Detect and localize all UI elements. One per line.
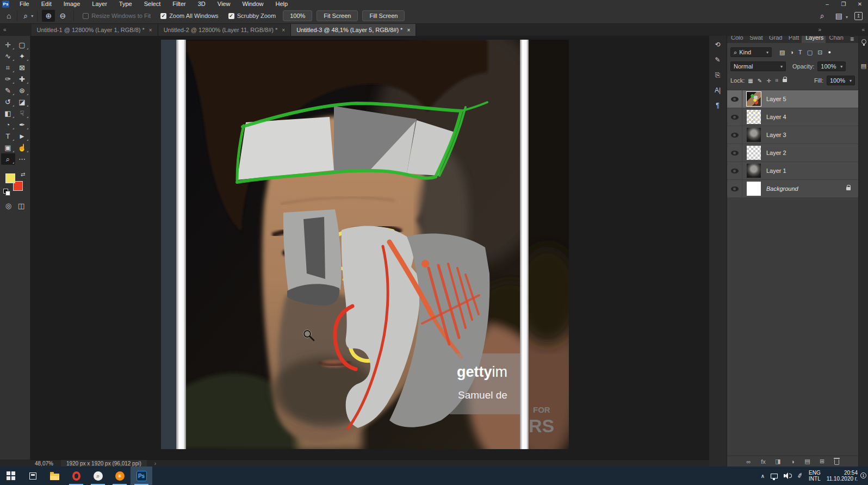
blend-mode-select[interactable]: Normal ▾ <box>730 61 786 71</box>
share-icon[interactable]: ↥ <box>854 12 863 20</box>
clone-source-panel-icon[interactable]: ⎘ <box>711 69 725 82</box>
menu-item[interactable]: 3D <box>192 0 212 8</box>
layer-name[interactable]: Layer 4 <box>766 114 786 120</box>
menu-item[interactable]: Edit <box>35 0 58 8</box>
layer-mask-icon[interactable]: ◨ <box>775 458 782 465</box>
tool-type[interactable]: T <box>1 130 15 142</box>
menu-item[interactable]: Type <box>113 0 138 8</box>
swap-colors-icon[interactable]: ⇄ <box>21 171 25 177</box>
tool-hand[interactable]: ☝ <box>15 142 29 153</box>
layer-row-layer-3[interactable]: Layer 3 <box>727 126 858 144</box>
tool-gradient[interactable]: ◧ <box>1 108 15 119</box>
visibility-toggle[interactable] <box>727 90 742 108</box>
layer-row-layer-5[interactable]: Layer 5 <box>727 90 858 108</box>
filter-shape-layers-icon[interactable]: ▢ <box>807 49 813 56</box>
opacity-value[interactable]: 100% ▾ <box>817 61 846 71</box>
tool-marquee[interactable]: ▢ <box>15 39 29 51</box>
layer-thumbnail[interactable] <box>747 164 761 178</box>
tool-smudge[interactable]: ☟ <box>15 108 29 119</box>
tool-eyedropper[interactable]: ✑ <box>1 73 15 85</box>
fill-screen-button[interactable]: Fill Screen <box>362 10 405 21</box>
filter-toggle-icon[interactable]: ● <box>828 49 830 55</box>
zoom-in-button[interactable]: ⊕ <box>42 10 55 22</box>
document-tab[interactable]: Untitled-2 @ 12800% (Layer 11, RGB/8#) *… <box>158 24 292 36</box>
menu-item[interactable]: Layer <box>86 0 113 8</box>
zoom-tool-icon[interactable]: ⌕ <box>21 11 30 21</box>
zoom-out-button[interactable]: ⊖ <box>56 10 69 22</box>
brush-settings-panel-icon[interactable]: ✎ <box>711 53 725 66</box>
filter-pixel-layers-icon[interactable]: ▨ <box>779 49 785 56</box>
tab-overflow-icon[interactable]: » <box>818 24 821 36</box>
lock-artboard-icon[interactable]: ⌗ <box>776 77 779 84</box>
home-icon[interactable]: ⌂ <box>4 11 13 20</box>
menu-item[interactable]: Window <box>236 0 269 8</box>
opera-button[interactable] <box>65 467 87 485</box>
history-panel-icon[interactable]: ⟲ <box>711 38 725 51</box>
scrubby-zoom-checkbox[interactable]: ✓ Scrubby Zoom <box>228 13 276 19</box>
file-explorer-button[interactable] <box>44 467 65 485</box>
lens-app-button[interactable]: ⌕ <box>87 467 109 485</box>
character-panel-icon[interactable]: A| <box>711 84 725 97</box>
layer-thumbnail[interactable] <box>747 146 761 160</box>
document-tab[interactable]: Untitled-3 @ 48,1% (Layer 5, RGB/8#) * × <box>291 24 416 36</box>
pen-tablet-icon[interactable]: ✐ <box>796 471 803 480</box>
search-icon[interactable]: ⌕ <box>818 11 827 21</box>
tool-crop[interactable]: ⌗ <box>1 62 15 73</box>
tab-close-icon[interactable]: × <box>149 27 152 33</box>
close-button[interactable]: ✕ <box>852 0 868 8</box>
tool-path-selection[interactable]: ► <box>15 130 29 142</box>
discover-icon[interactable] <box>861 39 866 44</box>
visibility-toggle[interactable] <box>727 126 742 144</box>
language-indicator[interactable]: ENGINTL <box>809 470 821 482</box>
tray-expand-icon[interactable]: ∧ <box>761 473 765 479</box>
lock-all-icon[interactable] <box>783 79 787 82</box>
filter-smart-objects-icon[interactable]: ⊡ <box>817 49 822 56</box>
tool-brush[interactable]: ✎ <box>1 85 15 96</box>
paragraph-panel-icon[interactable]: ¶ <box>711 99 725 112</box>
menu-item[interactable]: Image <box>58 0 86 8</box>
chevron-down-icon[interactable]: ▾ <box>31 14 33 18</box>
visibility-toggle[interactable] <box>727 108 742 126</box>
collapse-dock-icon[interactable]: « <box>861 24 865 36</box>
layer-name[interactable]: Layer 5 <box>766 96 786 102</box>
layer-row-layer-1[interactable]: Layer 1 <box>727 162 858 180</box>
default-colors-icon[interactable] <box>3 189 8 194</box>
clock[interactable]: 20:5411.10.2020 г. <box>827 470 858 482</box>
new-layer-icon[interactable]: ⊞ <box>819 458 826 465</box>
link-layers-icon[interactable]: ∞ <box>746 458 752 465</box>
fill-value[interactable]: 100% ▾ <box>827 76 855 85</box>
layer-row-background[interactable]: Background <box>727 180 858 198</box>
zoom-all-windows-checkbox[interactable]: ✓ Zoom All Windows <box>160 13 218 19</box>
tab-close-icon[interactable]: × <box>407 27 410 33</box>
tool-dodge[interactable]: ◔ <box>1 119 15 130</box>
new-group-icon[interactable]: ▤ <box>804 458 811 465</box>
layer-style-icon[interactable]: fx <box>760 458 767 465</box>
status-chevron-icon[interactable]: › <box>154 461 156 467</box>
adjustment-layer-icon[interactable]: ◑ <box>790 458 796 465</box>
menu-item[interactable]: Select <box>138 0 167 8</box>
foreground-color-swatch[interactable] <box>5 173 15 183</box>
filter-type-layers-icon[interactable]: T <box>798 49 802 55</box>
menu-item[interactable]: View <box>212 0 237 8</box>
tool-move[interactable]: ✛ <box>1 39 15 51</box>
layer-row-layer-2[interactable]: Layer 2 <box>727 144 858 162</box>
tool-history-brush[interactable]: ↺ <box>1 96 15 108</box>
volume-icon[interactable] <box>784 472 791 479</box>
layer-name[interactable]: Background <box>766 185 798 192</box>
tool-eraser[interactable]: ◪ <box>15 96 29 108</box>
tool-frame[interactable]: ⊠ <box>15 62 29 73</box>
fit-screen-button[interactable]: Fit Screen <box>317 10 358 21</box>
collapse-toolbar-icon[interactable]: « <box>0 24 10 36</box>
layer-thumbnail[interactable] <box>747 110 761 124</box>
zoom-100-button[interactable]: 100% <box>283 10 312 21</box>
checkbox-checked-icon[interactable]: ✓ <box>160 13 166 19</box>
layer-thumbnail[interactable] <box>747 92 761 106</box>
layer-filter-kind[interactable]: ⌕ Kind ▾ <box>730 47 772 57</box>
canvas-document[interactable]: gettyim Samuel de FOR RS <box>161 40 569 449</box>
layer-row-layer-4[interactable]: Layer 4 <box>727 108 858 126</box>
layer-name[interactable]: Layer 1 <box>766 167 786 174</box>
lock-transparency-icon[interactable]: ▦ <box>748 78 753 84</box>
photoshop-taskbar-button[interactable]: Ps <box>131 467 152 485</box>
start-button[interactable] <box>0 467 22 485</box>
screen-mode-icon[interactable]: ◫ <box>18 202 24 210</box>
